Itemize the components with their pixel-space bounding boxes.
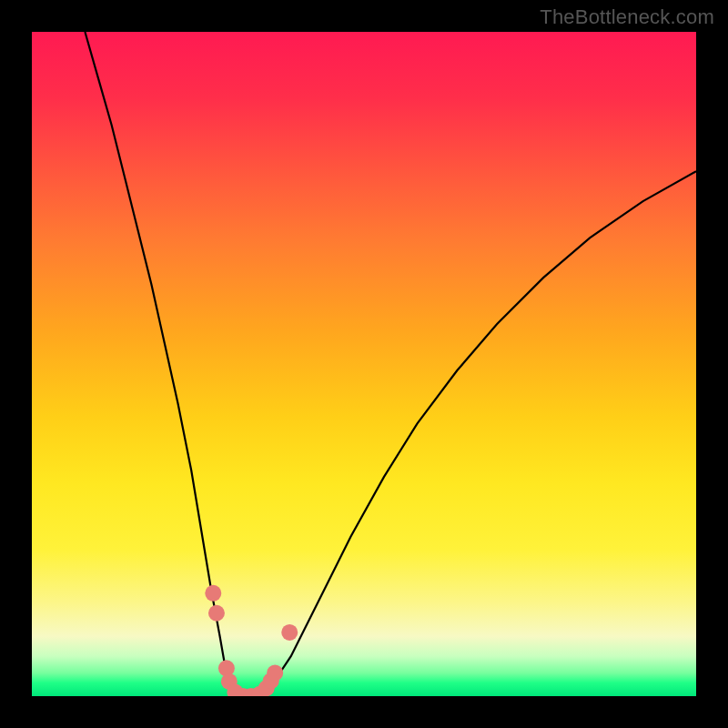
marker-group xyxy=(205,585,298,696)
curve-layer xyxy=(32,32,696,696)
marker-point xyxy=(281,624,298,641)
marker-point xyxy=(267,664,283,681)
marker-point xyxy=(205,585,221,602)
plot-area xyxy=(32,32,696,696)
marker-point xyxy=(208,605,225,622)
chart-frame: TheBottleneck.com xyxy=(0,0,728,728)
watermark-text: TheBottleneck.com xyxy=(540,5,714,29)
curve-right-branch xyxy=(258,171,696,696)
